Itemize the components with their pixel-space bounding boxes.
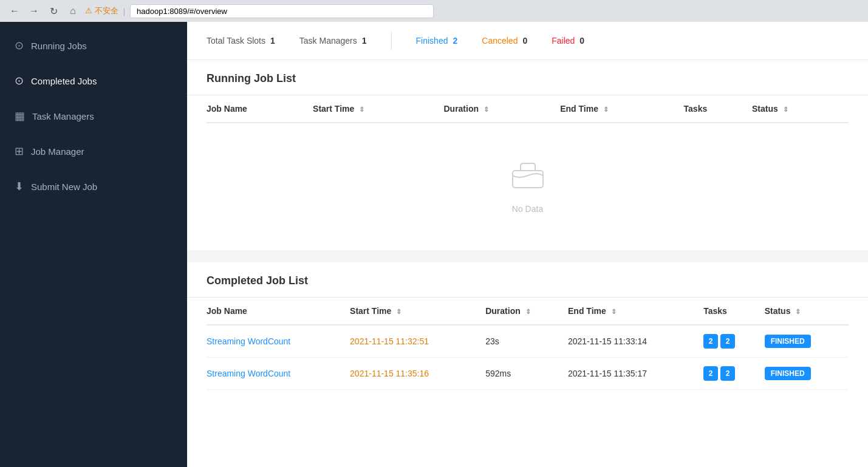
task-badge-a: 2 xyxy=(703,334,718,349)
table-row: Streaming WordCount 2021-11-15 11:32:51 … xyxy=(207,325,849,358)
main-content: Total Task Slots 1 Task Managers 1 Finis… xyxy=(187,22,868,467)
status-cell: FINISHED xyxy=(765,325,849,358)
sidebar-item-label: Completed Jobs xyxy=(31,76,97,86)
running-jobs-header-row: Job Name Start Time ⇕ Duration ⇕ End Tim… xyxy=(207,95,849,123)
start-time-cell: 2021-11-15 11:32:51 xyxy=(350,325,485,358)
section-gap xyxy=(187,250,868,262)
col-tasks: Tasks xyxy=(703,298,765,325)
submit-job-icon: ⬇ xyxy=(15,180,24,193)
sort-icon-start[interactable]: ⇕ xyxy=(396,308,402,316)
status-badge: FINISHED xyxy=(765,335,811,348)
task-badge-a: 2 xyxy=(703,366,718,381)
forward-button[interactable]: → xyxy=(27,4,41,18)
security-warning: ⚠ 不安全 xyxy=(85,5,118,16)
tasks-cell: 2 2 xyxy=(703,358,765,390)
job-manager-icon: ⊞ xyxy=(15,145,24,158)
no-data-panel: No Data xyxy=(207,123,849,250)
browser-chrome: ← → ↻ ⌂ ⚠ 不安全 | xyxy=(0,0,868,22)
sort-icon-duration[interactable]: ⇕ xyxy=(525,308,531,316)
sort-icon-status[interactable]: ⇕ xyxy=(795,308,801,316)
end-time-cell: 2021-11-15 11:35:17 xyxy=(568,358,703,390)
svg-rect-0 xyxy=(513,171,543,188)
sort-icon-end[interactable]: ⇕ xyxy=(611,308,617,316)
sort-icon-start[interactable]: ⇕ xyxy=(359,106,364,114)
running-jobs-section: Running Job List Job Name Start Time ⇕ D… xyxy=(187,60,868,250)
col-end-time: End Time ⇕ xyxy=(560,95,683,123)
completed-jobs-icon: ⊙ xyxy=(15,74,24,87)
end-time-cell: 2021-11-15 11:33:14 xyxy=(568,325,703,358)
job-name-cell: Streaming WordCount xyxy=(207,325,350,358)
completed-jobs-section: Completed Job List Job Name Start Time ⇕… xyxy=(187,262,868,390)
sort-icon-duration[interactable]: ⇕ xyxy=(484,106,489,114)
job-name-link[interactable]: Streaming WordCount xyxy=(207,336,290,346)
home-button[interactable]: ⌂ xyxy=(66,4,80,18)
col-tasks: Tasks xyxy=(684,95,752,123)
sidebar-item-label: Submit New Job xyxy=(31,182,97,192)
running-jobs-icon: ⊙ xyxy=(15,39,24,52)
sidebar-item-submit-new-job[interactable]: ⬇ Submit New Job xyxy=(0,169,187,204)
refresh-button[interactable]: ↻ xyxy=(46,4,61,18)
total-task-slots: Total Task Slots 1 xyxy=(207,36,275,46)
col-start-time: Start Time ⇕ xyxy=(350,298,485,325)
col-job-name: Job Name xyxy=(207,298,350,325)
duration-cell: 592ms xyxy=(485,358,568,390)
sidebar: ⊙ Running Jobs ⊙ Completed Jobs ▦ Task M… xyxy=(0,22,187,467)
duration-cell: 23s xyxy=(485,325,568,358)
col-start-time: Start Time ⇕ xyxy=(313,95,443,123)
col-job-name: Job Name xyxy=(207,95,313,123)
status-cell: FINISHED xyxy=(765,358,849,390)
completed-jobs-table: Job Name Start Time ⇕ Duration ⇕ End Tim… xyxy=(207,298,849,390)
start-time-cell: 2021-11-15 11:35:16 xyxy=(350,358,485,390)
job-name-cell: Streaming WordCount xyxy=(207,358,350,390)
task-badge-b: 2 xyxy=(720,334,735,349)
col-status: Status ⇕ xyxy=(752,95,849,123)
url-separator: | xyxy=(123,7,125,16)
failed-stat: Failed 0 xyxy=(552,36,584,46)
task-managers-icon: ▦ xyxy=(15,109,25,123)
sort-icon-status[interactable]: ⇕ xyxy=(783,106,788,114)
task-badge-b: 2 xyxy=(720,366,735,381)
table-row: Streaming WordCount 2021-11-15 11:35:16 … xyxy=(207,358,849,390)
url-bar[interactable] xyxy=(130,4,434,18)
finished-stat: Finished 2 xyxy=(416,36,458,46)
no-data-text: No Data xyxy=(512,204,543,214)
col-duration: Duration ⇕ xyxy=(443,95,560,123)
canceled-stat: Canceled 0 xyxy=(482,36,527,46)
sidebar-item-label: Task Managers xyxy=(32,111,94,121)
status-badge: FINISHED xyxy=(765,367,811,380)
stats-divider xyxy=(391,32,392,50)
completed-jobs-title: Completed Job List xyxy=(187,262,868,297)
completed-jobs-header-row: Job Name Start Time ⇕ Duration ⇕ End Tim… xyxy=(207,298,849,325)
col-end-time: End Time ⇕ xyxy=(568,298,703,325)
running-jobs-table: Job Name Start Time ⇕ Duration ⇕ End Tim… xyxy=(207,95,849,123)
tasks-cell: 2 2 xyxy=(703,325,765,358)
running-jobs-title: Running Job List xyxy=(187,60,868,95)
stats-bar: Total Task Slots 1 Task Managers 1 Finis… xyxy=(187,22,868,60)
no-data-icon xyxy=(510,160,546,197)
col-status: Status ⇕ xyxy=(765,298,849,325)
sidebar-item-label: Job Manager xyxy=(31,146,84,157)
sidebar-item-job-manager[interactable]: ⊞ Job Manager xyxy=(0,134,187,169)
sidebar-item-task-managers[interactable]: ▦ Task Managers xyxy=(0,98,187,134)
back-button[interactable]: ← xyxy=(7,4,22,18)
col-duration: Duration ⇕ xyxy=(485,298,568,325)
task-managers-stat: Task Managers 1 xyxy=(299,36,367,46)
sidebar-item-running-jobs[interactable]: ⊙ Running Jobs xyxy=(0,28,187,63)
completed-jobs-table-container: Job Name Start Time ⇕ Duration ⇕ End Tim… xyxy=(187,298,868,390)
sort-icon-end[interactable]: ⇕ xyxy=(603,106,609,114)
job-name-link[interactable]: Streaming WordCount xyxy=(207,369,290,378)
running-jobs-table-container: Job Name Start Time ⇕ Duration ⇕ End Tim… xyxy=(187,95,868,250)
sidebar-item-label: Running Jobs xyxy=(31,41,87,51)
sidebar-item-completed-jobs[interactable]: ⊙ Completed Jobs xyxy=(0,63,187,98)
